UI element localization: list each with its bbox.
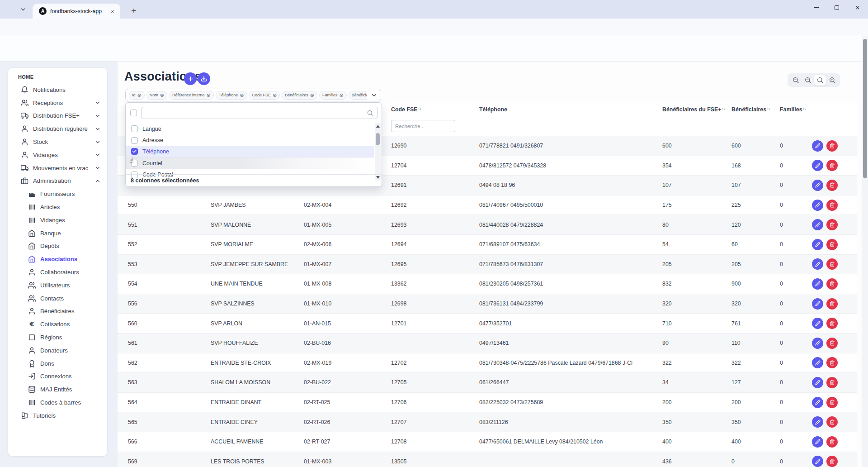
sidebar-item[interactable]: Articles — [8, 200, 107, 214]
delete-button[interactable] — [826, 436, 838, 448]
maximize-button[interactable] — [826, 0, 847, 15]
edit-button[interactable] — [812, 278, 823, 290]
delete-button[interactable] — [826, 140, 838, 152]
browser-tab[interactable]: A foodbanks-stock-app — [33, 4, 120, 19]
chip-remove-icon[interactable]: ⊗ — [273, 93, 277, 98]
zoom-in-icon[interactable] — [826, 75, 838, 86]
table-row[interactable]: 553 SVP JEMEPPE SUR SAMBRE 01-MX-007 126… — [118, 255, 857, 275]
sidebar-item[interactable]: Utilisateurs — [8, 279, 107, 292]
table-row[interactable]: 562 ENTRAIDE STE-CROIX 02-MX-019 12702 0… — [118, 353, 857, 373]
delete-button[interactable] — [826, 160, 838, 171]
chip-remove-icon[interactable]: ⊗ — [240, 93, 244, 98]
table-row[interactable]: 561 SVP HOUFFALIZE 02-BU-016 0497/13461 … — [118, 334, 857, 353]
delete-button[interactable] — [826, 278, 838, 290]
export-download-button[interactable] — [198, 72, 210, 85]
sidebar-item[interactable]: Dons — [8, 357, 107, 370]
delete-button[interactable] — [826, 318, 838, 329]
zoom-out-icon[interactable] — [790, 75, 802, 86]
edit-button[interactable] — [812, 200, 823, 211]
table-row[interactable]: 554 UNE MAIN TENDUE 01-MX-008 13362 081/… — [118, 274, 857, 294]
edit-button[interactable] — [812, 298, 823, 310]
column-header-beneficiaires-fse[interactable]: Bénéficiaires du FSE+↑↓ — [662, 106, 731, 113]
edit-button[interactable] — [812, 160, 823, 171]
sidebar-item[interactable]: Réceptions — [8, 96, 107, 110]
column-option[interactable]: Adresse — [126, 134, 374, 146]
scrollbar-thumb[interactable] — [376, 133, 380, 145]
column-option[interactable]: Langue — [126, 123, 374, 134]
column-option[interactable]: Courriel — [126, 157, 374, 169]
edit-button[interactable] — [812, 318, 823, 329]
chip-remove-icon[interactable]: ⊗ — [340, 93, 344, 98]
delete-button[interactable] — [826, 219, 838, 230]
filter-chip[interactable]: Id ⊗ — [129, 91, 145, 100]
column-chips-bar[interactable]: Id ⊗ Nom ⊗ Référence interne ⊗ Téléphone… — [125, 89, 381, 101]
filter-chip[interactable]: Référence interne ⊗ — [169, 91, 214, 100]
sidebar-item[interactable]: Distribution régulière — [8, 122, 107, 135]
add-association-button[interactable] — [184, 72, 197, 85]
table-row[interactable]: 569 LES TROIS PORTES 01-MX-003 13505 436… — [118, 452, 857, 467]
table-row[interactable]: 566 ACCUEIL FAMENNE 02-RT-027 12708 0477… — [118, 432, 857, 452]
edit-button[interactable] — [812, 357, 823, 368]
delete-button[interactable] — [826, 200, 838, 211]
sidebar-item[interactable]: Collaborateurs — [8, 266, 107, 279]
delete-button[interactable] — [826, 338, 838, 349]
sidebar-item[interactable]: Banque — [8, 227, 107, 240]
edit-button[interactable] — [812, 436, 823, 448]
column-header-beneficiaires[interactable]: Bénéficiaires↑↓ — [731, 106, 780, 113]
sidebar-item[interactable]: Tutoriels — [8, 409, 107, 422]
edit-button[interactable] — [812, 377, 823, 388]
zoom-out-icon[interactable] — [802, 75, 814, 86]
sidebar-item[interactable]: Fournisseurs — [8, 187, 107, 200]
edit-button[interactable] — [812, 258, 823, 270]
column-option-checkbox[interactable] — [131, 148, 138, 155]
tab-close-icon[interactable] — [108, 7, 117, 15]
delete-button[interactable] — [826, 397, 838, 408]
sidebar-item[interactable]: Mouvements en vrac — [8, 162, 107, 175]
edit-button[interactable] — [812, 416, 823, 428]
table-row[interactable]: 564 ENTRAIDE DINANT 02-RT-025 12706 082/… — [118, 393, 857, 413]
table-row[interactable]: 552 SVP MORIALME 02-MX-006 12694 071/689… — [118, 235, 857, 255]
delete-button[interactable] — [826, 180, 838, 191]
page-scrollbar-thumb[interactable] — [863, 39, 867, 178]
column-option[interactable]: Téléphone — [126, 146, 374, 157]
edit-button[interactable] — [812, 219, 823, 230]
delete-button[interactable] — [826, 298, 838, 310]
sidebar-item[interactable]: Cotisations — [8, 318, 107, 331]
scroll-up-icon[interactable] — [376, 125, 380, 128]
close-button[interactable] — [847, 0, 868, 15]
sidebar-item[interactable]: Associations — [8, 253, 107, 266]
table-row[interactable]: 556 SVP SALZINNES 01-MX-010 12698 081/73… — [118, 294, 857, 314]
sidebar-item[interactable]: Codes à barres — [8, 396, 107, 409]
sidebar-item[interactable]: Connexions — [8, 370, 107, 383]
delete-button[interactable] — [826, 258, 838, 270]
sidebar-item[interactable]: Vidanges — [8, 148, 107, 162]
table-row[interactable]: 563 SHALOM LA MOISSON 02-BU-022 12705 06… — [118, 373, 857, 393]
columns-search-input[interactable] — [141, 107, 378, 119]
filter-chip[interactable]: Nom ⊗ — [146, 91, 167, 100]
table-row[interactable]: 560 SVP ARLON 01-AN-015 12701 0477/35270… — [118, 314, 857, 334]
edit-button[interactable] — [812, 456, 823, 467]
chip-remove-icon[interactable]: ⊗ — [207, 93, 211, 98]
sidebar-item[interactable]: Dépôts — [8, 240, 107, 253]
delete-button[interactable] — [826, 456, 838, 467]
column-header-code-fse[interactable]: Code FSE↑↓ — [391, 106, 479, 113]
delete-button[interactable] — [826, 416, 838, 428]
table-row[interactable]: 550 SVP JAMBES 02-MX-004 12692 081/74096… — [118, 195, 857, 215]
dropdown-scrollbar[interactable] — [375, 123, 381, 181]
select-all-checkbox[interactable] — [130, 110, 137, 116]
sidebar-item[interactable]: Régions — [8, 331, 107, 344]
filter-chip[interactable]: Bénéficiaires ⊗ — [282, 91, 317, 100]
code-fse-search-input[interactable] — [391, 120, 455, 132]
column-header-familles[interactable]: Familles↑↓ — [780, 106, 809, 113]
edit-button[interactable] — [812, 140, 823, 152]
tab-search-chevron-icon[interactable] — [17, 4, 29, 15]
filter-chip[interactable]: Familles ⊗ — [319, 91, 347, 100]
search-icon[interactable] — [814, 75, 826, 86]
delete-button[interactable] — [826, 357, 838, 368]
sidebar-item[interactable]: Administration — [8, 175, 107, 188]
edit-button[interactable] — [812, 239, 823, 250]
table-row[interactable]: 565 ENTRAIDE CINEY 02-RT-026 12707 083/2… — [118, 412, 857, 432]
sidebar-item[interactable]: Donateurs — [8, 344, 107, 357]
filter-chip[interactable]: Téléphone ⊗ — [216, 91, 247, 100]
edit-button[interactable] — [812, 397, 823, 408]
